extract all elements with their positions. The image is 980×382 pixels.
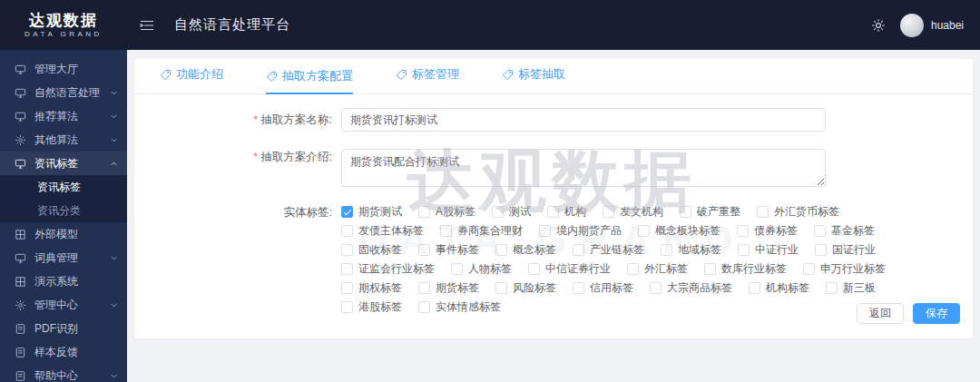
entity-tag-checkbox[interactable]: 发债主体标签 <box>341 223 424 239</box>
save-button[interactable]: 保存 <box>913 303 960 324</box>
sidebar-item-11[interactable]: 帮助中心 <box>0 364 127 382</box>
entity-tag-checkbox[interactable]: 破产重整 <box>680 204 740 220</box>
entity-tag-checkbox[interactable]: 债券标签 <box>737 223 798 239</box>
entity-tag-checkbox[interactable]: 大宗商品标签 <box>650 280 732 296</box>
entity-tag-checkbox[interactable]: 信用标签 <box>573 280 633 296</box>
avatar <box>900 14 924 37</box>
entity-tag-checkbox[interactable]: 固收标签 <box>341 242 402 258</box>
tab-label: 标签管理 <box>412 66 459 83</box>
entity-tag-checkbox[interactable]: 测试 <box>492 204 531 220</box>
sidebar-item-2[interactable]: 推荐算法 <box>0 104 127 128</box>
tab-label: 抽取方案配置 <box>282 68 353 84</box>
sidebar-submenu: 资讯标签资讯分类 <box>0 175 127 222</box>
username: huabei <box>931 19 964 32</box>
entity-tag-checkbox[interactable]: 外汇标签 <box>627 261 688 277</box>
sidebar-item-8[interactable]: 管理中心 <box>0 293 127 317</box>
sidebar-item-0[interactable]: 管理大厅 <box>0 57 127 81</box>
checkbox-unchecked-icon <box>757 206 769 218</box>
sidebar-item-10[interactable]: 样本反馈 <box>0 340 127 364</box>
checkbox-unchecked-icon <box>418 244 430 256</box>
entity-tag-checkbox[interactable]: 中证行业 <box>738 242 799 258</box>
checkbox-unchecked-icon <box>704 263 716 275</box>
entity-tag-checkbox[interactable]: 数库行业标签 <box>704 261 787 277</box>
entity-tag-checkbox[interactable]: 国证行业 <box>815 242 876 258</box>
plan-desc-textarea[interactable]: 期货资讯配合打标测试 <box>341 149 826 187</box>
sidebar-item-5[interactable]: 外部模型 <box>0 222 127 246</box>
entity-tag-checkbox[interactable]: A股标签 <box>418 204 475 220</box>
entity-tag-checkbox[interactable]: 中信证券行业 <box>528 261 611 277</box>
sidebar-item-1[interactable]: 自然语言处理 <box>0 81 127 104</box>
checkbox-unchecked-icon <box>528 263 540 275</box>
tab-1[interactable]: 抽取方案配置 <box>266 68 353 94</box>
checkbox-unchecked-icon <box>492 206 504 218</box>
entity-tag-label: 外汇标签 <box>644 261 688 277</box>
checkbox-unchecked-icon <box>815 244 827 256</box>
sidebar-item-label: 管理大厅 <box>34 62 78 77</box>
checkbox-unchecked-icon <box>573 244 584 256</box>
entity-tag-checkbox[interactable]: 港股标签 <box>341 299 402 315</box>
sidebar-subitem-4-1[interactable]: 资讯分类 <box>0 199 127 222</box>
entity-tag-checkbox[interactable]: 机构标签 <box>749 280 809 296</box>
entity-tag-label: 期权标签 <box>358 280 402 296</box>
checkbox-checked-icon <box>341 206 353 218</box>
brand-logo-en: DATA GRAND <box>0 29 127 39</box>
entity-tag-checkbox[interactable]: 风险标签 <box>495 280 556 296</box>
sidebar-subitem-4-0[interactable]: 资讯标签 <box>0 175 127 199</box>
settings-gear-icon[interactable] <box>871 18 886 33</box>
entity-tag-label: 风险标签 <box>513 280 556 296</box>
entity-tag-checkbox[interactable]: 期权标签 <box>341 280 402 296</box>
entity-tag-checkbox[interactable]: 机构 <box>547 204 586 220</box>
sidebar-item-9[interactable]: PDF识别 <box>0 317 127 340</box>
collapse-sidebar-icon[interactable] <box>140 19 154 32</box>
entity-tag-checkbox[interactable]: 证监会行业标签 <box>341 261 435 277</box>
monitor-icon <box>15 252 26 264</box>
tab-3[interactable]: 标签抽取 <box>502 66 565 94</box>
entity-tag-checkbox[interactable]: 申万行业标签 <box>803 261 886 277</box>
doc-icon <box>15 370 26 382</box>
entity-tag-label: 事件标签 <box>436 242 479 258</box>
checkbox-unchecked-icon <box>738 244 750 256</box>
down-icon <box>110 136 118 144</box>
checkbox-unchecked-icon <box>341 263 353 275</box>
checkbox-unchecked-icon <box>638 225 650 237</box>
entity-tag-checkbox[interactable]: 人物标签 <box>451 261 512 277</box>
tab-2[interactable]: 标签管理 <box>396 66 459 94</box>
tab-0[interactable]: 功能介绍 <box>160 66 223 94</box>
entity-tag-checkbox[interactable]: 实体情感标签 <box>418 299 501 315</box>
entity-tag-label: 基金标签 <box>831 223 875 239</box>
entity-tag-checkbox[interactable]: 券商集合理财 <box>440 223 523 239</box>
app-title: 自然语言处理平台 <box>174 16 290 34</box>
tag-icon <box>160 69 172 81</box>
down-icon <box>110 372 118 380</box>
user-menu[interactable]: huabei <box>900 14 964 37</box>
entity-tag-checkbox[interactable]: 基金标签 <box>814 223 875 239</box>
entity-tag-label: 期货测试 <box>358 204 402 220</box>
entity-tag-checkbox[interactable]: 期货标签 <box>418 280 479 296</box>
entity-tag-checkbox[interactable]: 事件标签 <box>418 242 479 258</box>
entity-tag-checkbox[interactable]: 概念板块标签 <box>638 223 720 239</box>
sidebar-item-4[interactable]: 资讯标签 <box>0 152 127 175</box>
entity-tag-label: 人物标签 <box>468 261 512 277</box>
entity-tag-checkbox[interactable]: 新三板 <box>826 280 876 296</box>
sidebar-item-7[interactable]: 演示系统 <box>0 269 127 293</box>
down-icon <box>110 113 118 121</box>
checkbox-unchecked-icon <box>341 282 353 294</box>
entity-tag-label: 发债主体标签 <box>358 223 424 239</box>
entity-tag-checkbox[interactable]: 外汇货币标签 <box>757 204 839 220</box>
entity-tag-checkbox[interactable]: 期货测试 <box>341 204 402 220</box>
entity-tag-checkbox[interactable]: 境内期货产品 <box>539 223 622 239</box>
back-button[interactable]: 返回 <box>857 303 904 324</box>
sidebar-item-6[interactable]: 词典管理 <box>0 246 127 269</box>
sidebar-item-label: 其他算法 <box>34 132 78 148</box>
plan-name-input[interactable] <box>341 108 826 132</box>
entity-tag-row-1: 发债主体标签券商集合理财境内期货产品概念板块标签债券标签基金标签 <box>341 223 849 239</box>
entity-tag-checkbox[interactable]: 地域标签 <box>661 242 721 258</box>
entity-tag-label: 港股标签 <box>358 299 402 315</box>
entity-tag-checkbox[interactable]: 概念标签 <box>495 242 556 258</box>
entity-tag-checkbox[interactable]: 产业链标签 <box>573 242 644 258</box>
sidebar-item-3[interactable]: 其他算法 <box>0 128 127 152</box>
header-right: huabei <box>871 14 980 37</box>
entity-tag-checkbox[interactable]: 发文机构 <box>603 204 663 220</box>
entity-tag-label: 债券标签 <box>754 223 798 239</box>
tag-icon <box>266 71 278 83</box>
